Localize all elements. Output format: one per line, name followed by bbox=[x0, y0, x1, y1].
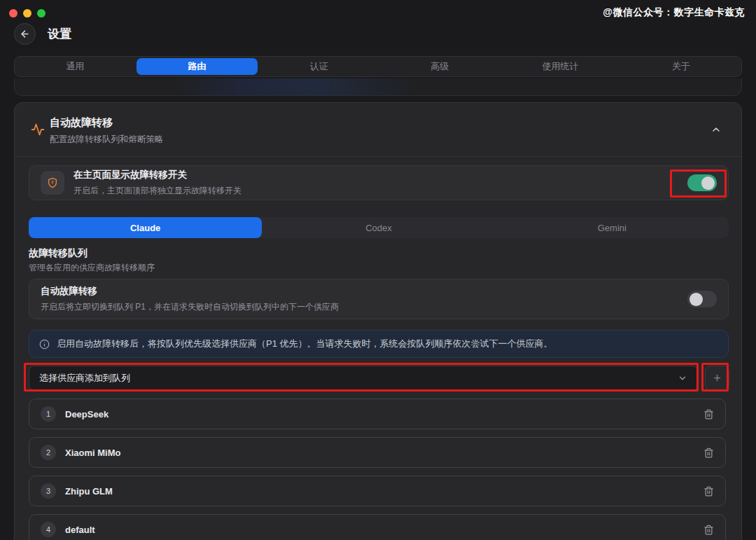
close-window-button[interactable] bbox=[9, 9, 18, 18]
shield-icon bbox=[47, 177, 58, 188]
order-badge: 1 bbox=[41, 406, 56, 422]
auto-failover-toggle-row: 自动故障转移 开启后将立即切换到队列 P1，并在请求失败时自动切换到队列中的下一… bbox=[29, 279, 729, 319]
tab-about[interactable]: 关于 bbox=[621, 58, 741, 75]
section-subtitle: 配置故障转移队列和熔断策略 bbox=[50, 134, 164, 146]
provider-name: DeepSeek bbox=[65, 409, 694, 420]
show-switch-toggle[interactable] bbox=[687, 174, 717, 191]
minimize-window-button[interactable] bbox=[23, 9, 31, 18]
trash-icon[interactable] bbox=[704, 486, 714, 497]
auto-failover-section: 自动故障转移 配置故障转移队列和熔断策略 在主页面显示故障转移开关 开启后，主页… bbox=[14, 102, 742, 540]
row-texts: 自动故障转移 开启后将立即切换到队列 P1，并在请求失败时自动切换到队列中的下一… bbox=[41, 285, 687, 313]
queue-item[interactable]: 2 Xiaomi MiMo bbox=[29, 437, 726, 468]
queue-item[interactable]: 3 Zhipu GLM bbox=[29, 476, 726, 506]
provider-name: Xiaomi MiMo bbox=[65, 448, 694, 458]
section-title: 自动故障转移 bbox=[50, 116, 164, 130]
provider-name: default bbox=[65, 525, 694, 535]
chevron-down-icon bbox=[678, 373, 687, 383]
order-badge: 3 bbox=[41, 483, 56, 499]
queue-subtitle: 管理各应用的供应商故障转移顺序 bbox=[29, 262, 155, 274]
queue-item[interactable]: 4 default bbox=[29, 514, 726, 540]
settings-window: @微信公众号：数字生命卡兹克 设置 通用 路由 认证 高级 使用统计 关于 自动… bbox=[0, 0, 756, 540]
arrow-left-icon bbox=[20, 29, 30, 39]
auto-failover-section-header[interactable]: 自动故障转移 配置故障转移队列和熔断策略 bbox=[15, 103, 741, 157]
order-badge: 2 bbox=[41, 445, 56, 460]
order-badge: 4 bbox=[41, 522, 56, 537]
page-header: 设置 bbox=[14, 23, 71, 45]
tab-auth[interactable]: 认证 bbox=[259, 58, 379, 75]
previous-card-bottom-edge bbox=[14, 78, 742, 96]
auto-failover-subtitle: 开启后将立即切换到队列 P1，并在请求失败时自动切换到队列中的下一个供应商 bbox=[41, 301, 687, 313]
app-tab-codex[interactable]: Codex bbox=[262, 217, 495, 238]
show-switch-subtitle: 开启后，主页面顶部将独立显示故障转移开关 bbox=[74, 185, 687, 197]
trash-icon[interactable] bbox=[704, 448, 714, 458]
row-texts: 在主页面显示故障转移开关 开启后，主页面顶部将独立显示故障转移开关 bbox=[74, 169, 687, 197]
tab-routing[interactable]: 路由 bbox=[136, 58, 257, 75]
activity-icon bbox=[31, 123, 45, 137]
queue-item[interactable]: 1 DeepSeek bbox=[29, 399, 726, 429]
show-failover-switch-row: 在主页面显示故障转移开关 开启后，主页面顶部将独立显示故障转移开关 bbox=[29, 165, 729, 200]
auto-failover-title: 自动故障转移 bbox=[41, 285, 687, 298]
chevron-up-icon[interactable] bbox=[710, 124, 722, 135]
show-switch-title: 在主页面显示故障转移开关 bbox=[74, 169, 687, 181]
toggle-knob bbox=[690, 293, 703, 306]
trash-icon[interactable] bbox=[704, 409, 714, 420]
window-controls bbox=[9, 9, 46, 18]
auto-failover-toggle[interactable] bbox=[687, 291, 717, 307]
page-title: 设置 bbox=[48, 26, 71, 42]
app-tab-gemini[interactable]: Gemini bbox=[496, 217, 729, 238]
settings-tabbar: 通用 路由 认证 高级 使用统计 关于 bbox=[14, 56, 742, 77]
section-titles: 自动故障转移 配置故障转移队列和熔断策略 bbox=[50, 116, 164, 146]
app-tab-claude[interactable]: Claude bbox=[29, 217, 262, 238]
zoom-window-button[interactable] bbox=[37, 9, 46, 18]
provider-select-label: 选择供应商添加到队列 bbox=[39, 372, 678, 385]
tab-advanced[interactable]: 高级 bbox=[379, 58, 500, 75]
toggle-knob bbox=[701, 176, 715, 190]
tab-usage-stats[interactable]: 使用统计 bbox=[500, 58, 620, 75]
back-button[interactable] bbox=[14, 23, 36, 45]
add-provider-button[interactable]: + bbox=[705, 366, 729, 391]
info-banner: 启用自动故障转移后，将按队列优先级选择供应商（P1 优先）。当请求失败时，系统会… bbox=[29, 330, 729, 358]
shield-icon-box bbox=[41, 171, 64, 195]
info-icon bbox=[39, 339, 50, 349]
queue-list: 1 DeepSeek 2 Xiaomi MiMo 3 Zhipu GLM 4 d… bbox=[29, 399, 726, 540]
info-text: 启用自动故障转移后，将按队列优先级选择供应商（P1 优先）。当请求失败时，系统会… bbox=[57, 338, 553, 350]
provider-select[interactable]: 选择供应商添加到队列 bbox=[29, 366, 698, 391]
tab-general[interactable]: 通用 bbox=[15, 58, 135, 75]
watermark-text: @微信公众号：数字生命卡兹克 bbox=[603, 6, 745, 19]
provider-name: Zhipu GLM bbox=[65, 486, 694, 497]
trash-icon[interactable] bbox=[704, 525, 714, 535]
queue-title: 故障转移队列 bbox=[29, 247, 88, 260]
app-tabs: Claude Codex Gemini bbox=[29, 217, 729, 238]
